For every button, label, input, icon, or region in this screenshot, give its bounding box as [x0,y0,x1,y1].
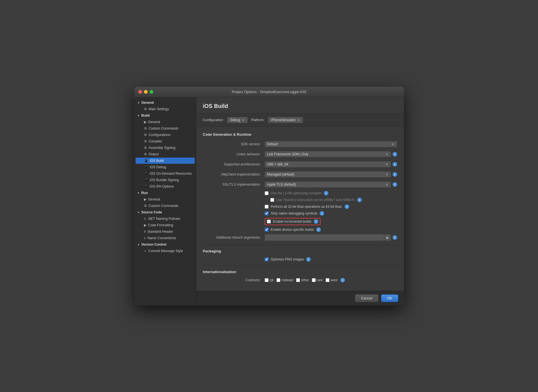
list-icon: ≡ [144,217,146,221]
sidebar-item-code-formatting[interactable]: ▶ Code Formatting [136,222,195,228]
optimize-png-info-icon[interactable]: i [306,257,311,262]
ssl-tls-label: SSL/TLS implementation: [203,183,265,186]
linker-behavior-select[interactable]: Link Framework SDKs Only ▼ [265,151,391,157]
sidebar-item-commit-message-style[interactable]: ✓ Commit Message Style [136,248,195,254]
chevron-down-icon: ▼ [392,143,395,146]
ssl-tls-select[interactable]: Apple TLS (default) ▼ [265,181,391,188]
sidebar-item-run-general-label: General [148,197,160,201]
rare-checkbox[interactable] [312,278,316,282]
device-specific-label: Enable device-specific builds [271,228,314,232]
incremental-info-icon[interactable]: i [314,219,318,224]
window-body: ▼ General ⚙ Main Settings ▼ Build ▶ Gene… [134,97,404,305]
cancel-button[interactable]: Cancel [355,294,378,302]
configuration-label: Configuration: [203,118,224,122]
sidebar-section-general[interactable]: ▼ General [134,100,196,106]
sidebar-item-ios-debug[interactable]: 📱 iOS Debug [136,164,195,170]
arrow-icon: ▼ [137,211,140,214]
architectures-select[interactable]: i386 + x86_64 ▼ [265,161,391,167]
float64-info-icon[interactable]: i [345,204,349,209]
main-content: iOS Build Configuration: Debug ▼ Platfor… [196,97,404,305]
titlebar: Project Options - SimplestExerciseLogger… [134,87,404,97]
sdk-version-select[interactable]: Default ▼ [265,141,397,147]
httpclient-select[interactable]: Managed (default) ▼ [265,171,391,177]
sidebar-item-standard-header[interactable]: # Standard Header [136,229,195,235]
optimize-png-label: Optimize PNG images [271,257,304,261]
additional-args-input[interactable] [265,234,384,241]
platform-dropdown[interactable]: iPhoneSimulator ▼ [268,117,303,123]
device-specific-checkbox[interactable] [265,228,269,232]
float64-checkbox-row: Perform all 32-bit float operations as 6… [203,204,397,209]
llvm-checkbox[interactable] [265,191,269,195]
gear-icon: ⚙ [144,146,147,150]
play-button[interactable]: ▶ [384,234,391,241]
sidebar-item-ios-on-demand-label: iOS On-Demand Resources [150,172,192,176]
sidebar-item-net-naming-label: .NET Naming Policies [148,217,180,221]
sidebar-item-ios-ipa-options[interactable]: 📱 iOS IPA Options [136,183,195,190]
sidebar-item-custom-commands[interactable]: ⚙ Custom Commands [136,125,195,132]
sidebar-item-run-general[interactable]: ▶ General [136,196,195,202]
codesets-info-icon[interactable]: i [340,278,345,282]
optimize-png-checkbox[interactable] [265,257,269,261]
mideast-checkbox[interactable] [276,278,280,282]
ios-icon: 📱 [144,159,148,163]
sidebar-section-version-control[interactable]: ▼ Version Control [134,241,196,248]
ssl-tls-info-icon[interactable]: i [393,182,397,187]
additional-args-info-icon[interactable]: i [393,235,397,240]
chevron-icon: ▶ [144,223,146,227]
sidebar-item-ios-on-demand[interactable]: 📱 iOS On-Demand Resources [136,170,195,177]
arrow-icon: ▼ [137,192,140,195]
section-title-intl: Internationalization [203,270,397,274]
list-icon: ≡ [144,236,146,240]
sidebar-item-compiler[interactable]: ⚙ Compiler [136,138,195,144]
sidebar-section-build[interactable]: ▼ Build [134,112,196,119]
content-header: iOS Build [196,97,404,114]
sidebar-item-main-settings[interactable]: ⚙ Main Settings [136,106,195,112]
sidebar-item-configurations[interactable]: ⚙ Configurations [136,132,195,138]
sidebar-item-assembly-signing[interactable]: ⚙ Assembly Signing [136,145,195,151]
sidebar-item-build-general[interactable]: ▶ General [136,119,195,125]
gear-icon: ⚙ [144,133,147,137]
other-checkbox[interactable] [296,278,300,282]
linker-behavior-row: Linker behavior: Link Framework SDKs Onl… [203,151,397,158]
rare-label: rare [317,278,323,282]
strip-debug-info-icon[interactable]: i [320,211,324,216]
thumb2-checkbox[interactable] [270,198,274,202]
linker-behavior-label: Linker behavior: [203,152,265,156]
sidebar-item-output[interactable]: ⚙ Output [136,151,195,157]
platform-value: iPhoneSimulator [271,118,296,122]
linker-behavior-info-icon[interactable]: i [393,152,397,156]
architectures-info-icon[interactable]: i [393,162,397,167]
sidebar-item-net-naming[interactable]: ≡ .NET Naming Policies [136,216,195,222]
httpclient-info-icon[interactable]: i [393,172,397,177]
configuration-dropdown[interactable]: Debug ▼ [227,117,248,123]
device-specific-info-icon[interactable]: i [316,227,321,232]
llvm-info-icon[interactable]: i [324,191,328,195]
architectures-control: i386 + x86_64 ▼ i [265,161,397,167]
sidebar-section-source-code[interactable]: ▼ Source Code [134,209,196,215]
thumb2-info-icon[interactable]: i [357,198,362,202]
codesets-label: Codesets: [203,278,265,282]
gear-icon: ⚙ [144,126,147,130]
west-checkbox[interactable] [326,278,329,282]
float64-checkbox[interactable] [265,205,269,209]
sidebar-item-name-conventions[interactable]: ≡ Name Conventions [136,235,195,241]
sidebar-item-run-custom-commands[interactable]: ⚙ Custom Commands [136,203,195,209]
additional-label-prefix: Additional [216,236,232,239]
architectures-row: Supported architectures: i386 + x86_64 ▼… [203,161,397,168]
cjk-checkbox[interactable] [265,278,269,282]
chevron-down-icon: ▼ [242,119,245,122]
incremental-checkbox[interactable] [267,220,271,223]
sidebar-item-ios-build[interactable]: 📱 iOS Build [136,158,195,164]
maximize-button[interactable] [150,90,153,94]
sidebar-section-run[interactable]: ▼ Run [134,190,196,196]
minimize-button[interactable] [144,90,148,94]
ok-button[interactable]: OK [381,294,398,302]
strip-debug-checkbox[interactable] [265,211,269,215]
sidebar-item-ios-bundle-signing[interactable]: 📱 iOS Bundle Signing [136,177,195,183]
config-bar: Configuration: Debug ▼ Platform: iPhoneS… [196,114,404,127]
codesets-row: Codesets: cjk mideast other [203,278,397,282]
chevron-down-icon: ▼ [386,183,388,186]
close-button[interactable] [138,90,142,94]
other-label: other [301,278,309,282]
sidebar-item-ios-debug-label: iOS Debug [150,165,166,169]
